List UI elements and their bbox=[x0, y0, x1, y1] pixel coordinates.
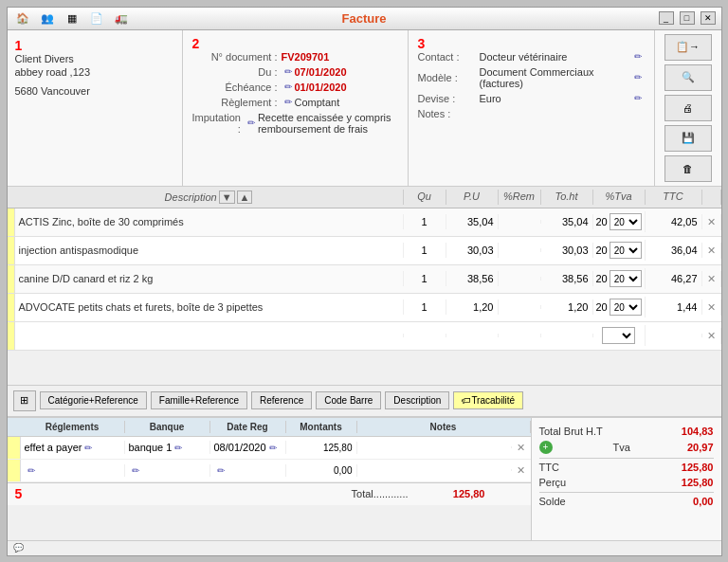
filter-reference[interactable]: Reference bbox=[251, 391, 312, 409]
tva-label: Tva bbox=[613, 442, 630, 453]
modele-edit-icon[interactable]: ✏ bbox=[634, 72, 642, 82]
client-name: Client Divers bbox=[15, 53, 174, 64]
filter-categorie-reference[interactable]: Catégorie+Reference bbox=[40, 391, 147, 409]
payment-date-edit-icon[interactable]: ✏ bbox=[269, 443, 277, 453]
row-delete-button[interactable]: ✕ bbox=[702, 214, 721, 230]
item-description[interactable]: ACTIS Zinc, boîte de 30 comprimés bbox=[15, 214, 404, 229]
doc-echeance-value[interactable]: 01/01/2020 bbox=[295, 82, 347, 93]
tva-select-empty[interactable] bbox=[602, 327, 635, 344]
tva-select[interactable]: 20 bbox=[610, 270, 642, 287]
empty-delete[interactable]: ✕ bbox=[702, 328, 721, 344]
solde-label: Solde bbox=[539, 496, 566, 507]
item-tva: 20 20 bbox=[593, 297, 646, 317]
row-indicator bbox=[8, 208, 15, 236]
doc-imputation-value: Recette encaissée y compris remboursemen… bbox=[258, 112, 398, 135]
doc-number-label: N° document : bbox=[192, 51, 278, 63]
item-description[interactable]: ADVOCATE petits chats et furets, boîte d… bbox=[15, 299, 404, 315]
pd-banque-empty: ✏ bbox=[125, 464, 210, 477]
home-icon[interactable]: 🏠 bbox=[13, 9, 32, 27]
search-button[interactable]: 🔍 bbox=[664, 64, 712, 91]
empty-desc[interactable] bbox=[15, 334, 404, 337]
item-rem[interactable] bbox=[499, 220, 541, 224]
doc-imputation-label: Imputation : bbox=[192, 112, 241, 135]
doc-du-row: Du : ✏ 07/01/2020 bbox=[192, 66, 398, 78]
empty-qu bbox=[404, 334, 446, 337]
item-description[interactable]: injection antispasmodique bbox=[15, 243, 404, 258]
pd-reglements-empty: ✏ bbox=[21, 464, 125, 477]
status-bar: 💬 bbox=[8, 540, 721, 555]
item-pu[interactable]: 1,20 bbox=[446, 299, 499, 315]
tva-select[interactable]: 20 bbox=[610, 299, 642, 316]
item-toht: 1,20 bbox=[541, 299, 593, 315]
item-pu[interactable]: 35,04 bbox=[446, 214, 499, 229]
payment-table-header: Réglements Banque Date Reg Montants Note… bbox=[8, 418, 531, 437]
doc-imputation-row: Imputation : ✏ Recette encaissée y compr… bbox=[192, 112, 398, 135]
devise-row: Devise : Euro ✏ bbox=[418, 93, 645, 104]
print-button[interactable]: 🖨 bbox=[664, 95, 712, 121]
empty-table-row: ✕ bbox=[8, 322, 721, 351]
pd-montant-empty[interactable]: 0,00 bbox=[286, 464, 357, 477]
row-delete-button[interactable]: ✕ bbox=[702, 299, 721, 316]
tva-select[interactable]: 20 bbox=[610, 242, 642, 259]
titlebar-right-icons: _ □ ✕ bbox=[659, 11, 716, 25]
payment-date2-edit-icon[interactable]: ✏ bbox=[217, 465, 225, 476]
tva-add-button[interactable]: + bbox=[539, 441, 553, 454]
doc-reglement-edit-icon[interactable]: ✏ bbox=[284, 97, 292, 107]
payment-bank: banque 1 bbox=[129, 442, 173, 453]
item-qu[interactable]: 1 bbox=[404, 271, 446, 286]
truck-icon[interactable]: 🚛 bbox=[112, 9, 131, 27]
row-delete-button[interactable]: ✕ bbox=[702, 271, 721, 287]
payment-regl-edit-icon[interactable]: ✏ bbox=[84, 443, 92, 453]
doc-icon[interactable]: 📄 bbox=[87, 9, 106, 27]
people-icon[interactable]: 👥 bbox=[38, 9, 57, 27]
barcode-icon[interactable]: ⊞ bbox=[13, 390, 36, 411]
copy-button[interactable]: 📋→ bbox=[664, 34, 712, 61]
sort-up-icon[interactable]: ▲ bbox=[237, 190, 253, 204]
contact-section-number: 3 bbox=[418, 36, 645, 51]
item-qu[interactable]: 1 bbox=[404, 243, 446, 258]
contact-edit-icon[interactable]: ✏ bbox=[634, 51, 642, 62]
payment-banq-edit-icon[interactable]: ✏ bbox=[174, 443, 182, 453]
delete-button[interactable]: 🗑 bbox=[664, 155, 712, 182]
doc-du-value[interactable]: 07/01/2020 bbox=[295, 66, 347, 78]
devise-edit-icon[interactable]: ✏ bbox=[634, 93, 642, 103]
row-delete-button[interactable]: ✕ bbox=[702, 243, 721, 259]
ph-reglements: Réglements bbox=[21, 421, 125, 433]
grid-icon[interactable]: ▦ bbox=[63, 9, 82, 27]
doc-number-value: FV209701 bbox=[282, 51, 330, 63]
pd-montant[interactable]: 125,80 bbox=[286, 442, 357, 454]
item-pu[interactable]: 38,56 bbox=[446, 271, 499, 286]
filter-famille-reference[interactable]: Famille+Reference bbox=[151, 391, 247, 409]
item-qu[interactable]: 1 bbox=[404, 214, 446, 229]
action-buttons: 📋→ 🔍 🖨 💾 🗑 bbox=[655, 30, 721, 186]
item-rem[interactable] bbox=[499, 305, 541, 309]
sort-down-icon[interactable]: ▼ bbox=[219, 190, 235, 204]
doc-echeance-edit-icon[interactable]: ✏ bbox=[284, 82, 292, 92]
doc-section-number: 2 bbox=[192, 36, 398, 51]
save-button[interactable]: 💾 bbox=[664, 125, 712, 152]
tva-select[interactable]: 20 bbox=[610, 213, 642, 230]
item-rem[interactable] bbox=[499, 248, 541, 252]
payment-banq2-edit-icon[interactable]: ✏ bbox=[132, 465, 139, 476]
tva-value: 20 bbox=[595, 273, 607, 284]
payment-delete2-button[interactable]: ✕ bbox=[512, 464, 531, 477]
filter-code-barre[interactable]: Code Barre bbox=[316, 391, 381, 409]
th-toht: To.ht bbox=[541, 190, 593, 205]
empty-toht bbox=[541, 334, 593, 337]
doc-reglement-label: Règlement : bbox=[192, 97, 278, 108]
doc-du-edit-icon[interactable]: ✏ bbox=[284, 66, 292, 77]
minimize-button[interactable]: _ bbox=[659, 11, 674, 25]
row-indicator bbox=[8, 265, 15, 293]
item-rem[interactable] bbox=[499, 277, 541, 281]
filter-description[interactable]: Description bbox=[385, 391, 449, 409]
modele-label: Modèle : bbox=[418, 72, 480, 83]
payment-regl2-edit-icon[interactable]: ✏ bbox=[27, 465, 35, 476]
item-pu[interactable]: 30,03 bbox=[446, 243, 499, 258]
item-qu[interactable]: 1 bbox=[404, 299, 446, 315]
maximize-button[interactable]: □ bbox=[680, 11, 695, 25]
payment-delete-button[interactable]: ✕ bbox=[512, 442, 531, 454]
close-button[interactable]: ✕ bbox=[701, 11, 716, 25]
doc-imputation-edit-icon[interactable]: ✏ bbox=[247, 118, 255, 128]
item-description[interactable]: canine D/D canard et riz 2 kg bbox=[15, 271, 404, 286]
tracability-button[interactable]: 🏷Tracabilité bbox=[453, 391, 523, 409]
